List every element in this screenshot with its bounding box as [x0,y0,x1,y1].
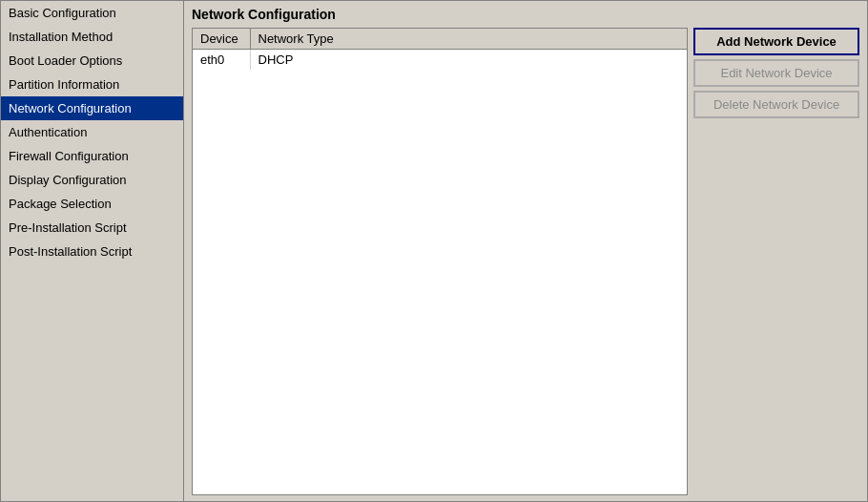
app-window: Basic ConfigurationInstallation MethodBo… [0,0,868,502]
sidebar-item-installation-method[interactable]: Installation Method [1,25,183,49]
sidebar-item-partition-information[interactable]: Partition Information [1,73,183,96]
add-network-device-button[interactable]: Add Network Device [693,28,859,55]
sidebar-item-firewall-configuration[interactable]: Firewall Configuration [1,144,183,168]
sidebar-item-display-configuration[interactable]: Display Configuration [1,168,183,192]
edit-network-device-button[interactable]: Edit Network Device [693,59,859,87]
col-header-device: Device [193,29,250,50]
sidebar-item-network-configuration[interactable]: Network Configuration [1,96,183,120]
delete-network-device-button[interactable]: Delete Network Device [693,91,859,118]
table-area: Device Network Type eth0DHCP [192,28,688,495]
network-table: Device Network Type eth0DHCP [193,29,687,70]
content-area: Device Network Type eth0DHCP Add Network… [192,28,859,495]
sidebar-item-basic-configuration[interactable]: Basic Configuration [1,1,183,25]
sidebar-item-package-selection[interactable]: Package Selection [1,192,183,216]
table-row[interactable]: eth0DHCP [193,50,687,71]
main-content: Network Configuration Device Network Typ… [184,1,867,501]
cell-device: eth0 [193,50,250,71]
sidebar: Basic ConfigurationInstallation MethodBo… [1,1,184,501]
sidebar-item-authentication[interactable]: Authentication [1,120,183,144]
sidebar-item-post-installation-script[interactable]: Post-Installation Script [1,240,183,263]
sidebar-item-pre-installation-script[interactable]: Pre-Installation Script [1,216,183,240]
sidebar-item-boot-loader-options[interactable]: Boot Loader Options [1,49,183,73]
cell-network-type: DHCP [250,50,687,71]
section-title: Network Configuration [192,7,859,22]
col-header-network-type: Network Type [250,29,687,50]
buttons-area: Add Network Device Edit Network Device D… [693,28,859,495]
